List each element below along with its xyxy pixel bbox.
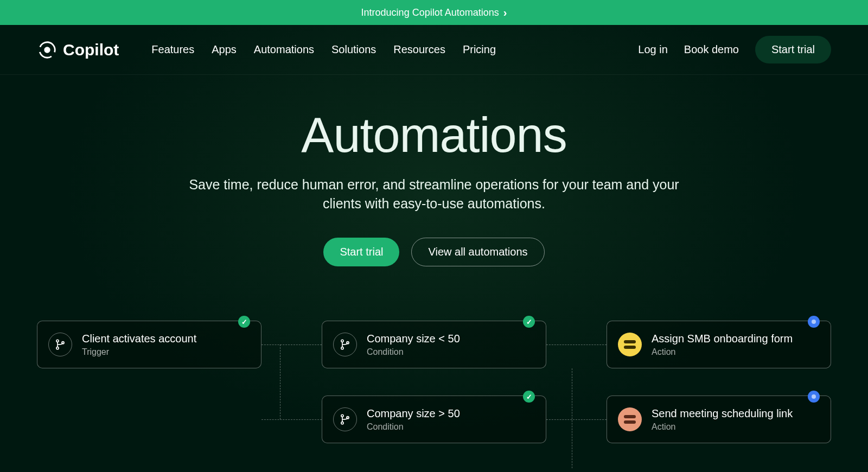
status-dot-icon	[808, 391, 820, 403]
check-icon: ✓	[238, 316, 250, 328]
page-title: Automations	[0, 107, 868, 163]
svg-point-1	[44, 47, 50, 53]
svg-point-8	[341, 414, 343, 417]
nav-apps[interactable]: Apps	[212, 43, 237, 56]
main-nav: Features Apps Automations Solutions Reso…	[151, 43, 496, 56]
hero-subtitle: Save time, reduce human error, and strea…	[174, 175, 694, 213]
flow-row-2: ✓ Company size > 50 Condition Send meeti…	[37, 396, 831, 443]
trigger-card[interactable]: ✓ Client activates account Trigger	[37, 321, 261, 368]
connector-line	[261, 345, 322, 345]
brand-logo[interactable]: Copilot	[37, 40, 119, 60]
card-type: Condition	[367, 347, 460, 357]
status-dot-icon	[808, 316, 820, 328]
svg-point-9	[341, 422, 343, 424]
card-title: Client activates account	[82, 333, 196, 345]
hero-section: Automations Save time, reduce human erro…	[0, 75, 868, 266]
form-icon	[618, 333, 642, 356]
card-type: Action	[652, 347, 793, 357]
svg-point-5	[341, 340, 343, 342]
site-header: Copilot Features Apps Automations Soluti…	[0, 25, 868, 75]
condition-card-2[interactable]: ✓ Company size > 50 Condition	[322, 396, 546, 443]
connector-line	[546, 345, 607, 345]
chevron-right-icon: ›	[503, 7, 507, 19]
flow-row-1: ✓ Client activates account Trigger ✓ Com…	[37, 321, 831, 368]
automation-flow-diagram: ✓ Client activates account Trigger ✓ Com…	[37, 321, 831, 462]
hero-start-trial-button[interactable]: Start trial	[323, 238, 399, 266]
condition-card-1[interactable]: ✓ Company size < 50 Condition	[322, 321, 546, 368]
banner-text: Introducing Copilot Automations	[361, 7, 499, 18]
action-card-2[interactable]: Send meeting scheduling link Action	[607, 396, 831, 443]
card-title: Assign SMB onboarding form	[652, 333, 793, 345]
announcement-banner[interactable]: Introducing Copilot Automations ›	[0, 0, 868, 25]
nav-resources[interactable]: Resources	[393, 43, 445, 56]
login-link[interactable]: Log in	[638, 43, 668, 56]
card-type: Action	[652, 422, 793, 432]
hero-cta-group: Start trial View all automations	[0, 238, 868, 266]
svg-point-3	[56, 347, 59, 349]
git-branch-icon	[333, 407, 357, 431]
view-all-automations-button[interactable]: View all automations	[411, 238, 544, 266]
book-demo-link[interactable]: Book demo	[684, 43, 739, 56]
nav-pricing[interactable]: Pricing	[463, 43, 496, 56]
start-trial-button[interactable]: Start trial	[755, 36, 831, 63]
svg-point-2	[56, 340, 59, 342]
connector-line	[546, 419, 607, 420]
card-type: Condition	[367, 422, 460, 432]
nav-solutions[interactable]: Solutions	[331, 43, 376, 56]
card-title: Company size > 50	[367, 407, 460, 420]
card-title: Company size < 50	[367, 333, 460, 345]
brand-name: Copilot	[63, 41, 119, 59]
nav-automations[interactable]: Automations	[254, 43, 314, 56]
link-icon	[618, 407, 642, 431]
card-type: Trigger	[82, 347, 196, 357]
flow-spacer	[37, 396, 261, 443]
connector-line	[261, 419, 322, 420]
check-icon: ✓	[523, 316, 535, 328]
svg-point-6	[341, 347, 343, 349]
logo-icon	[37, 40, 58, 60]
git-branch-icon	[333, 333, 357, 356]
git-branch-icon	[48, 333, 72, 356]
nav-features[interactable]: Features	[151, 43, 194, 56]
check-icon: ✓	[523, 391, 535, 403]
card-title: Send meeting scheduling link	[652, 407, 793, 420]
action-card-1[interactable]: Assign SMB onboarding form Action	[607, 321, 831, 368]
header-actions: Log in Book demo Start trial	[638, 36, 831, 63]
